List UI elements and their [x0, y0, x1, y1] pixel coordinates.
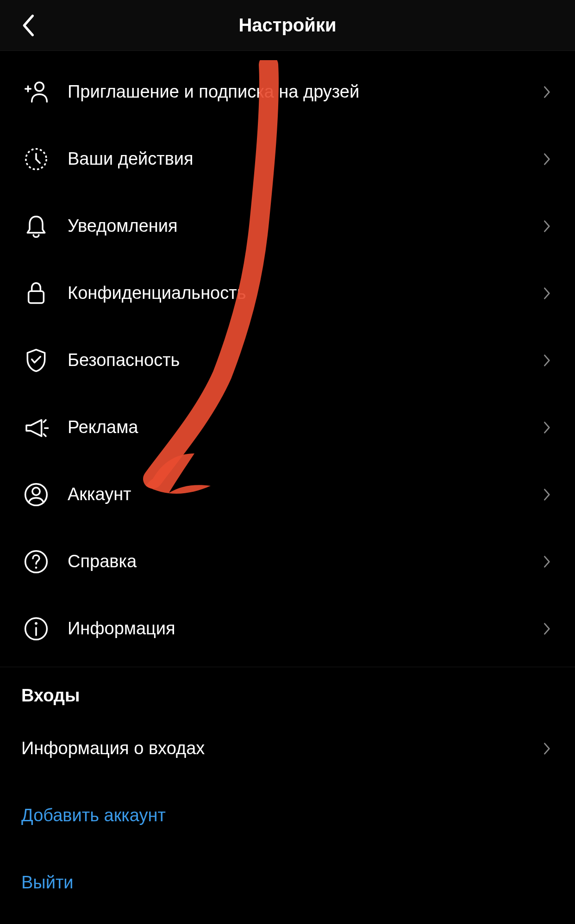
chevron-right-icon — [541, 555, 554, 568]
settings-item-info[interactable]: Информация — [0, 595, 575, 662]
svg-point-4 — [32, 487, 40, 495]
settings-list: Приглашение и подписка на друзей Ваши де… — [0, 51, 575, 662]
shield-icon — [21, 346, 51, 375]
add-account-link[interactable]: Добавить аккаунт — [0, 782, 575, 849]
chevron-right-icon — [541, 153, 554, 166]
account-icon — [21, 480, 51, 509]
login-info-item[interactable]: Информация о входах — [0, 715, 575, 782]
svg-point-0 — [35, 82, 44, 91]
logout-link[interactable]: Выйти — [0, 849, 575, 916]
header: Настройки — [0, 0, 575, 51]
item-label: Реклама — [68, 417, 541, 437]
item-label: Ваши действия — [68, 149, 541, 169]
chevron-right-icon — [541, 287, 554, 300]
link-label: Добавить аккаунт — [21, 806, 166, 825]
bell-icon — [21, 211, 51, 241]
settings-item-security[interactable]: Безопасность — [0, 327, 575, 394]
chevron-right-icon — [541, 742, 554, 755]
chevron-right-icon — [541, 421, 554, 434]
info-icon — [21, 614, 51, 644]
page-title: Настройки — [238, 15, 336, 36]
back-button[interactable] — [17, 14, 39, 37]
settings-item-ads[interactable]: Реклама — [0, 394, 575, 461]
settings-item-account[interactable]: Аккаунт — [0, 461, 575, 528]
link-label: Выйти — [21, 873, 74, 893]
settings-item-activity[interactable]: Ваши действия — [0, 125, 575, 192]
megaphone-icon — [21, 413, 51, 442]
settings-item-notifications[interactable]: Уведомления — [0, 192, 575, 260]
item-label: Аккаунт — [68, 484, 541, 504]
chevron-right-icon — [541, 488, 554, 501]
item-label: Информация — [68, 619, 541, 639]
settings-item-privacy[interactable]: Конфиденциальность — [0, 260, 575, 327]
svg-rect-2 — [29, 291, 44, 303]
settings-item-invite[interactable]: Приглашение и подписка на друзей — [0, 58, 575, 125]
item-label: Уведомления — [68, 216, 541, 236]
logins-section-header: Входы — [0, 667, 575, 715]
chevron-right-icon — [541, 622, 554, 635]
settings-item-help[interactable]: Справка — [0, 528, 575, 595]
help-icon — [21, 547, 51, 577]
item-label: Справка — [68, 552, 541, 571]
chevron-right-icon — [541, 220, 554, 233]
item-label: Приглашение и подписка на друзей — [68, 82, 541, 102]
svg-point-8 — [35, 622, 38, 625]
chevron-right-icon — [541, 86, 554, 99]
item-label: Безопасность — [68, 350, 541, 370]
item-label: Информация о входах — [21, 738, 541, 758]
lock-icon — [21, 279, 51, 308]
activity-icon — [21, 144, 51, 174]
chevron-left-icon — [20, 13, 36, 37]
add-person-icon — [21, 77, 51, 107]
item-label: Конфиденциальность — [68, 283, 541, 303]
chevron-right-icon — [541, 354, 554, 367]
svg-point-6 — [35, 566, 38, 569]
